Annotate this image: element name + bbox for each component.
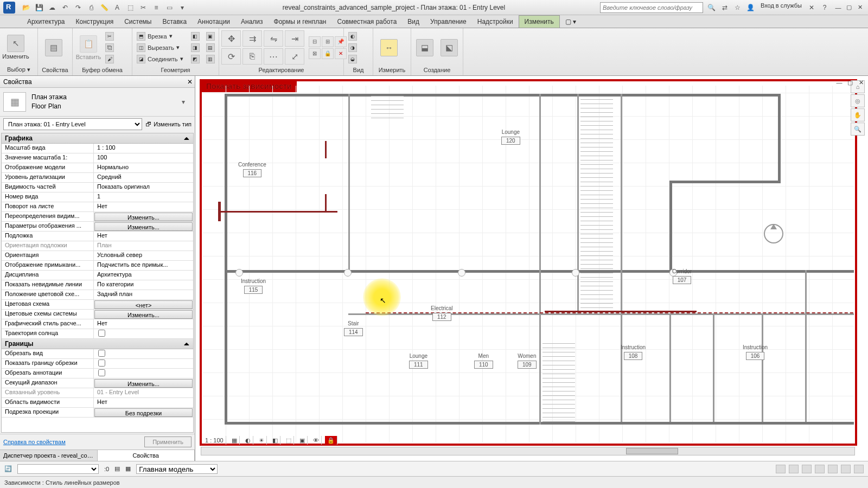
workset-dropdown[interactable]	[17, 464, 99, 474]
ribbon-tab-11[interactable]: Изменить	[519, 15, 560, 28]
filter-icon-1[interactable]	[776, 465, 786, 473]
paste-button[interactable]: 📋Вставить	[75, 31, 102, 64]
align-icon[interactable]: ⊟	[309, 36, 321, 47]
cut-button[interactable]: ✂	[103, 31, 116, 42]
view-scale[interactable]: 1 : 100	[203, 436, 226, 445]
trim-icon[interactable]: ⇥	[285, 30, 304, 47]
create-btn-1[interactable]: ⬓	[413, 31, 437, 64]
prop-row[interactable]: Показать невидимые линииПо категории	[2, 280, 193, 290]
properties-tab[interactable]: Свойства	[98, 450, 195, 461]
maximize-button[interactable]: ▢	[844, 3, 854, 12]
pan-icon[interactable]: ✋	[851, 108, 865, 121]
funnel-icon[interactable]	[854, 465, 864, 473]
ribbon-tab-1[interactable]: Конструкция	[71, 16, 119, 28]
prop-row[interactable]: ПодложкаНет	[2, 232, 193, 241]
geo-btn-6[interactable]: ▥	[204, 54, 217, 65]
view-btn-3[interactable]: ◒	[346, 54, 359, 65]
open-icon[interactable]: 📂	[21, 2, 31, 13]
search-input[interactable]	[600, 2, 703, 13]
modify-button[interactable]: ↖Изменить	[2, 31, 29, 63]
offset-icon[interactable]: ⇉	[242, 30, 262, 47]
type-selector[interactable]: ▦ План этажа Floor Plan ▾	[0, 88, 195, 117]
doc-restore[interactable]: ▢	[845, 78, 855, 87]
ribbon-tab-6[interactable]: Формы и генплан	[269, 16, 332, 28]
prop-row[interactable]: Траектория солнца	[2, 329, 193, 339]
ribbon-tab-8[interactable]: Вид	[402, 16, 425, 28]
editable-icon[interactable]: ▤	[114, 465, 120, 472]
ribbon-tab-7[interactable]: Совместная работа	[332, 16, 403, 28]
prop-row[interactable]: Значение масштаба 1:100	[2, 153, 193, 163]
prop-row[interactable]: Графический стиль расче...Нет	[2, 319, 193, 329]
prop-row[interactable]: ДисциплинаАрхитектура	[2, 271, 193, 280]
type-dropdown-icon[interactable]: ▾	[182, 98, 192, 106]
detail-level-icon[interactable]: ▦	[229, 436, 240, 445]
undo-icon[interactable]: ↶	[60, 2, 71, 13]
design-option-dropdown[interactable]: Главная модель	[136, 464, 218, 474]
shadows-icon[interactable]: ◧	[270, 436, 280, 445]
save-icon[interactable]: 💾	[34, 2, 44, 13]
hide-icon[interactable]: 👁	[311, 436, 322, 445]
prop-row[interactable]: Обрезать аннотации	[2, 369, 193, 378]
text-icon[interactable]: A	[112, 2, 123, 13]
mirror-icon[interactable]: ⇋	[264, 30, 283, 47]
ribbon-tab-9[interactable]: Управление	[425, 16, 472, 28]
prop-row[interactable]: Положение цветовой схе...Задний план	[2, 290, 193, 300]
visual-style-icon[interactable]: ◐	[243, 436, 253, 445]
filter-icon-4[interactable]	[815, 465, 825, 473]
floorplan[interactable]: ↖ Conference116Lounge120Instruction115El…	[203, 86, 854, 442]
view-btn-2[interactable]: ◑	[346, 42, 359, 53]
geo-btn-3[interactable]: ◩	[189, 54, 202, 65]
geo-btn-4[interactable]: ▣	[204, 31, 217, 42]
drawing-canvas[interactable]: Показать зависимости	[195, 76, 868, 461]
close-views-icon[interactable]: ▭	[164, 2, 175, 13]
crop-region-icon[interactable]: ▣	[297, 436, 308, 445]
close-button[interactable]: ✕	[855, 3, 865, 12]
minimize-button[interactable]: —	[833, 3, 843, 12]
prop-row[interactable]: Переопределения видим...Изменить...	[2, 212, 193, 222]
worksharing-icon[interactable]: 🔄	[4, 465, 12, 472]
properties-button[interactable]: ▤	[40, 31, 67, 64]
exchange-icon[interactable]: ⇄	[719, 2, 730, 13]
join-button[interactable]: ◪Соединить ▾	[135, 54, 186, 65]
array-icon[interactable]: ⋯	[264, 48, 283, 65]
geo-btn-2[interactable]: ◨	[189, 42, 202, 53]
zoom-icon[interactable]: 🔍	[851, 123, 865, 136]
edit-type-button[interactable]: 🗗 Изменить тип	[145, 121, 192, 127]
ribbon-tab-3[interactable]: Вставка	[157, 16, 192, 28]
prop-row[interactable]: Цветовые схемы системыИзменить...	[2, 310, 193, 319]
prop-row[interactable]: Ориентация подложкиПлан	[2, 241, 193, 251]
prop-row[interactable]: Номер вида1	[2, 192, 193, 202]
prop-row[interactable]: Цветовая схема<нет>	[2, 300, 193, 310]
copy-button[interactable]: ⿻	[103, 42, 116, 53]
ribbon-tab-4[interactable]: Аннотации	[192, 16, 235, 28]
prop-row[interactable]: Поворот на листеНет	[2, 202, 193, 212]
filter-icon-2[interactable]	[789, 465, 799, 473]
prop-row[interactable]: Отображение примыкани...Подчистить все п…	[2, 261, 193, 271]
cope-button[interactable]: ⬒Врезка ▾	[135, 31, 186, 42]
print-icon[interactable]: ⎙	[86, 2, 97, 13]
ribbon-tab-0[interactable]: Архитектура	[22, 16, 71, 28]
section-icon[interactable]: ✂	[138, 2, 149, 13]
measure-button[interactable]: ↔	[375, 31, 403, 64]
prop-row[interactable]: ОриентацияУсловный север	[2, 251, 193, 261]
3d-icon[interactable]: ⬚	[125, 2, 136, 13]
sync-icon[interactable]: ☁	[47, 2, 58, 13]
prop-row[interactable]: Масштаб вида1 : 100	[2, 144, 193, 153]
prop-row[interactable]: Видимость частейПоказать оригинал	[2, 183, 193, 192]
filter-icon-5[interactable]	[828, 465, 838, 473]
cutgeo-button[interactable]: ◫Вырезать ▾	[135, 42, 186, 53]
favorite-icon[interactable]: ☆	[732, 2, 743, 13]
redo-icon[interactable]: ↷	[73, 2, 84, 13]
instance-filter-dropdown[interactable]: План этажа: 01 - Entry Level	[3, 118, 142, 130]
ribbon-tab-10[interactable]: Надстройки	[472, 16, 519, 28]
app-logo[interactable]	[3, 2, 15, 14]
crop-icon[interactable]: ⬚	[284, 436, 294, 445]
ribbon-extras[interactable]: ▢ ▾	[560, 16, 582, 28]
prop-row[interactable]: Обрезать вид	[2, 349, 193, 359]
geo-btn-5[interactable]: ▤	[204, 42, 217, 53]
measure-icon[interactable]: 📏	[99, 2, 110, 13]
doc-minimize[interactable]: —	[834, 78, 844, 87]
thin-lines-icon[interactable]: ≡	[151, 2, 162, 13]
rotate-icon[interactable]: ⟳	[221, 48, 241, 65]
sun-path-icon[interactable]: ☀	[257, 436, 267, 445]
